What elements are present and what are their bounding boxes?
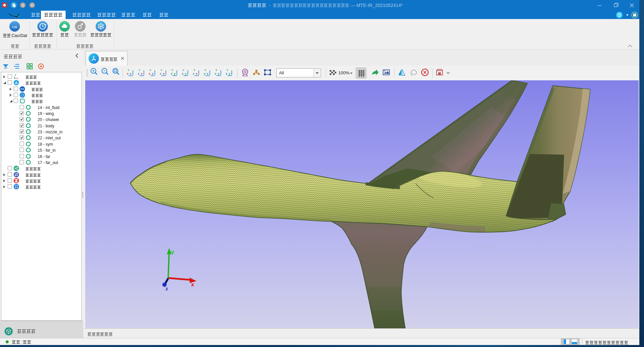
svg-text:z: z (152, 72, 154, 75)
svg-text:Y: Y (139, 69, 141, 72)
svg-text:z: z (193, 72, 194, 75)
svg-text:x: x (17, 77, 18, 79)
svg-text:y: y (174, 72, 175, 75)
svg-text:y: y (229, 72, 230, 75)
svg-text:cas: cas (12, 24, 17, 29)
svg-text:Y: Y (15, 74, 16, 76)
svg-text:Y: Y (226, 69, 228, 72)
svg-text:x: x (196, 72, 197, 75)
svg-text:z: z (138, 72, 140, 75)
svg-text:z: z (226, 72, 227, 75)
svg-text:z: z (171, 72, 172, 75)
svg-text:x: x (191, 282, 194, 287)
svg-text:Y: Y (215, 69, 217, 72)
svg-text:z: z (207, 72, 208, 75)
svg-text:y: y (185, 72, 186, 75)
svg-text:y: y (218, 72, 219, 75)
svg-text:x: x (149, 72, 151, 75)
svg-text:z: z (182, 72, 183, 75)
svg-text:y: y (204, 72, 205, 75)
svg-text:Y: Y (128, 69, 130, 72)
svg-text:z: z (130, 72, 132, 75)
svg-text:Y: Y (182, 69, 184, 72)
svg-text:Y: Y (161, 69, 162, 72)
svg-text:z: z (165, 286, 168, 291)
svg-text:Y: Y (204, 69, 206, 72)
svg-text:x: x (141, 72, 143, 75)
svg-text:z: z (215, 72, 216, 75)
svg-text:x: x (163, 72, 164, 75)
svg-text:Y: Y (171, 69, 173, 72)
svg-text:Y: Y (193, 69, 195, 72)
svg-text:x: x (127, 72, 129, 75)
svg-text:y: y (171, 249, 174, 255)
svg-text:z: z (160, 72, 161, 75)
svg-text:Y: Y (150, 69, 152, 72)
